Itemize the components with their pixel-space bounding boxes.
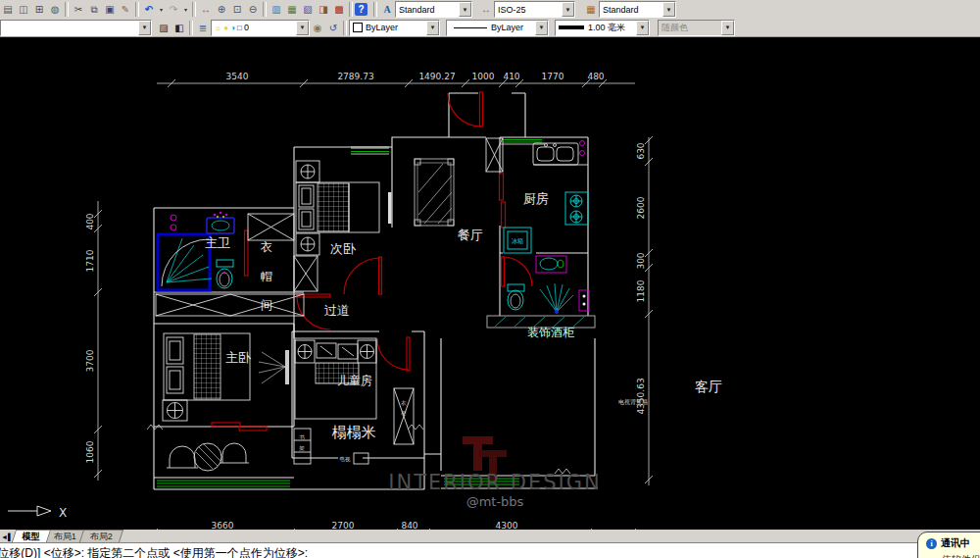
render-icon[interactable]: ▨ <box>156 21 172 35</box>
window-sill <box>388 192 392 224</box>
table-style-combo[interactable]: Standard ▼ <box>599 1 676 18</box>
layer-color-swatch[interactable]: □ <box>237 24 242 32</box>
bedroom2-door-swing <box>344 258 380 294</box>
label-tv: 电视 <box>340 456 352 463</box>
autocad-window: { "toolbar_row1": { "icons": { "plot": "… <box>0 0 980 558</box>
quickcalc-icon[interactable]: ▩ <box>331 2 347 17</box>
svg-text:1180: 1180 <box>636 279 646 302</box>
blanket <box>194 334 220 399</box>
label-bookshelf-2: 架 <box>299 445 305 451</box>
plot-style-caret[interactable]: ▼ <box>721 21 734 35</box>
lineweight-caret[interactable]: ▼ <box>636 21 649 35</box>
layer-on-icon[interactable]: ☼ <box>215 24 221 32</box>
layout-tab-strip: ◄▌ 模型 布局1 布局2 <box>0 530 980 542</box>
help-icon[interactable]: ? <box>355 3 368 16</box>
lineweight-combo[interactable]: 1.00 毫米 ▼ <box>555 20 650 36</box>
linetype-sample <box>454 27 487 28</box>
color-value: ByLayer <box>366 23 426 32</box>
label-wardrobe-1: 衣 <box>401 400 407 406</box>
label-living: 客厅 <box>695 379 722 394</box>
entry-door-leaf <box>480 92 483 127</box>
svg-text:2789.73: 2789.73 <box>337 72 373 81</box>
balloon-body: 使软件保持 <box>942 553 980 558</box>
publish-icon[interactable]: ⊞ <box>31 2 47 17</box>
walls[interactable] <box>154 93 598 489</box>
second-bedroom-furniture <box>294 161 392 291</box>
layer-freeze-icon[interactable]: ● <box>223 24 228 32</box>
redo-icon[interactable]: ↷ <box>166 2 181 17</box>
cut-icon[interactable]: ✂ <box>71 2 86 17</box>
linetype-combo[interactable]: ByLayer ▼ <box>446 20 549 36</box>
bathroom-door-leaf <box>502 257 505 286</box>
svg-text:3540: 3540 <box>226 72 249 81</box>
svg-text:840: 840 <box>401 521 417 530</box>
layers-icon[interactable]: ≣ <box>195 21 211 35</box>
dimension-bottom-labels: 3660 2700 840 4300 <box>212 521 518 530</box>
plot-icon[interactable]: ▤ <box>0 2 16 17</box>
dim-style-caret[interactable]: ▼ <box>562 2 574 17</box>
toolbar-separator <box>189 21 193 35</box>
cloakroom-closet <box>248 214 294 240</box>
make-current-icon[interactable]: ◉ <box>310 21 325 35</box>
layer-lock-icon[interactable]: ◑ <box>230 24 235 32</box>
linetype-caret[interactable]: ▼ <box>535 21 548 35</box>
block-editor-icon[interactable]: ◨ <box>316 2 331 17</box>
named-views-icon[interactable]: ◧ <box>172 21 187 35</box>
kitchen-slider-leaf2 <box>502 202 506 228</box>
floor-plan[interactable]: 3540 2789.73 1490.27 1000 410 1770 480 3… <box>0 37 980 530</box>
sheet-set-manager-icon[interactable]: ▦ <box>284 2 300 17</box>
plot-style-combo[interactable]: 随颜色 ▼ <box>658 20 735 36</box>
zoom-previous-icon[interactable]: ⊖ <box>245 2 261 17</box>
copy-icon[interactable]: ⧉ <box>86 2 102 17</box>
layer-combo[interactable]: ☼ ● ◑ □ 0 ▼ <box>211 20 310 36</box>
svg-text:300: 300 <box>636 252 646 269</box>
tab-layout2[interactable]: 布局2 <box>79 530 123 542</box>
table-style-caret[interactable]: ▼ <box>662 2 675 17</box>
redo-caret[interactable]: ▾ <box>181 2 190 17</box>
tab-model[interactable]: 模型 <box>12 530 51 542</box>
communication-center-balloon[interactable]: i 通讯中 使软件保持 <box>917 532 980 558</box>
dimension-right-labels: 630 2600 300 1180 4350.63 <box>636 142 646 414</box>
color-caret[interactable]: ▼ <box>426 21 439 35</box>
markup-set-manager-icon[interactable]: ▧ <box>300 2 316 17</box>
layer-previous-icon[interactable]: ↺ <box>325 21 341 35</box>
label-cloakroom-1: 衣 <box>260 240 272 254</box>
toilet-icon <box>217 260 233 288</box>
balcony-furniture <box>167 443 249 471</box>
label-wine-cabinet: 装饰酒柜 <box>527 326 575 339</box>
toolbar-separator <box>192 2 196 17</box>
text-style-icon: A <box>379 2 395 17</box>
watermark-text: INTERIOR DESIGN <box>388 471 602 494</box>
undo-caret[interactable]: ▾ <box>157 2 166 17</box>
toolbar-separator <box>263 2 267 17</box>
drawing-canvas[interactable]: 3540 2789.73 1490.27 1000 410 1770 480 3… <box>0 37 980 530</box>
blanket <box>318 183 349 231</box>
paste-icon[interactable]: ▣ <box>102 2 118 17</box>
bedroom2-door-leaf <box>379 257 382 294</box>
workspace-combo[interactable]: ▼ <box>0 20 152 36</box>
label-second-bedroom: 次卧 <box>330 241 357 256</box>
plot-preview-icon[interactable]: ◫ <box>16 2 31 17</box>
dim-style-combo[interactable]: ISO-25 ▼ <box>494 1 575 18</box>
layer-name: 0 <box>244 23 296 32</box>
workspace-caret[interactable]: ▼ <box>138 21 151 35</box>
watermark: INTERIOR DESIGN @mt-bbs <box>388 436 602 509</box>
tatami-door-swing <box>377 338 409 370</box>
layer-caret[interactable]: ▼ <box>296 21 309 35</box>
command-line[interactable]: [位移(D)] <位移>: 指定第二个点或 <使用第一个点作为位移>: <box>0 542 980 558</box>
zoom-window-icon[interactable]: ⊡ <box>229 2 245 17</box>
masterbath-door-leaf <box>245 230 249 276</box>
linetype-value: ByLayer <box>491 23 535 32</box>
plot-style-value: 随颜色 <box>662 22 721 34</box>
kitchen-slider-leaf1 <box>500 174 504 200</box>
undo-icon[interactable]: ↶ <box>141 2 157 17</box>
etransmit-icon[interactable]: ◍ <box>47 2 63 17</box>
match-properties-icon[interactable]: ✎ <box>118 2 133 17</box>
pan-icon[interactable]: ↔ <box>198 2 214 17</box>
label-wardrobe-2: 柜 <box>400 410 407 416</box>
text-style-caret[interactable]: ▼ <box>459 2 471 17</box>
text-style-combo[interactable]: Standard ▼ <box>395 1 472 18</box>
zoom-realtime-icon[interactable]: ⊕ <box>214 2 229 17</box>
tool-palettes-icon[interactable]: ▥ <box>269 2 284 17</box>
color-combo[interactable]: ByLayer ▼ <box>349 20 440 36</box>
